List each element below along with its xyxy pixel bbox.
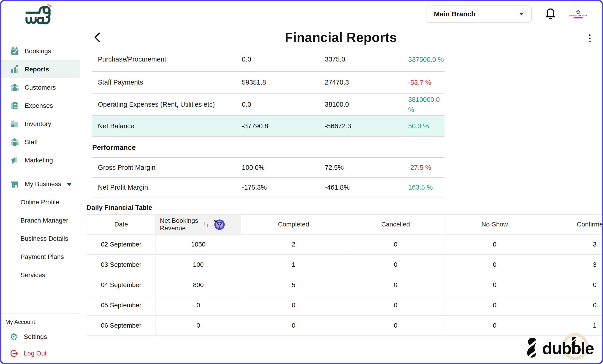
sidebar-item-inventory[interactable]: Inventory: [1, 115, 80, 133]
performance-table: Gross Profit Margin 100.0% 72.5% -27.5 %…: [92, 158, 444, 198]
table-cell: 02 September: [87, 235, 156, 255]
brand-logo[interactable]: [23, 3, 58, 25]
table-cell: 0: [544, 275, 602, 295]
sidebar-item-label: Log Out: [24, 350, 47, 357]
column-header-date[interactable]: Date: [87, 214, 156, 235]
row-label: Net Balance: [92, 122, 242, 130]
sidebar-subitem-payment-plans[interactable]: Payment Plans: [1, 248, 80, 266]
sidebar-item-expenses[interactable]: $ Expenses: [1, 96, 80, 115]
table-cell: 0: [156, 295, 241, 316]
sidebar-subitem-label: Branch Manager: [21, 217, 68, 224]
sidebar-item-label: Expenses: [25, 102, 53, 109]
row-value: 27470.3: [325, 79, 408, 86]
table-cell: 100: [156, 255, 241, 275]
sidebar-item-label: Settings: [24, 333, 47, 341]
sidebar-subitem-label: Payment Plans: [21, 253, 64, 260]
performance-heading: Performance: [92, 143, 444, 158]
column-header-confirmed-bookings[interactable]: Confirmed B: [544, 214, 602, 235]
sidebar-item-label: Inventory: [25, 120, 51, 128]
row-value: -461.8%: [325, 184, 408, 191]
column-header-cancelled[interactable]: Cancelled: [346, 214, 445, 235]
column-header-net-bookings-revenue[interactable]: Net Bookings Revenue ↑↓: [156, 214, 241, 235]
table-cell: 05 September: [87, 295, 156, 316]
table-cell: 2: [241, 235, 346, 255]
main-panel: Financial Reports Purchase/Procurement 0…: [80, 27, 602, 364]
avatar-brand-text: REVEAL BEAUTY: [569, 14, 587, 17]
sidebar-item-logout[interactable]: Log Out: [1, 345, 80, 362]
financial-summary-table: Purchase/Procurement 0.0 3375.0 337500.0…: [92, 47, 444, 137]
sidebar-item-label: Staff: [25, 139, 38, 146]
back-button[interactable]: [92, 32, 102, 42]
chevron-down-icon: [67, 180, 72, 188]
row-change: 3810000.0 %: [408, 96, 440, 113]
table-cell: 1: [241, 255, 346, 275]
avatar-emblem-icon: ✿: [576, 10, 580, 14]
column-header-completed[interactable]: Completed: [241, 214, 346, 235]
people-icon: [10, 83, 20, 92]
row-label: Purchase/Procurement: [92, 56, 242, 63]
calendar-check-icon: [10, 46, 20, 56]
top-bar: Main Branch ✿ REVEAL BEAUTY: [1, 1, 602, 27]
sidebar-subitem-services[interactable]: Services: [1, 266, 80, 284]
column-header-no-show[interactable]: No-Show: [445, 214, 544, 235]
table-cell: 5: [241, 275, 346, 295]
daily-table-wrap: Date Net Bookings Revenue ↑↓: [87, 214, 602, 336]
logout-icon: [9, 349, 19, 358]
table-cell: 0: [156, 316, 241, 336]
page-title: Financial Reports: [285, 30, 397, 45]
sidebar-item-my-business[interactable]: My Business: [1, 175, 80, 193]
sidebar-item-bookings[interactable]: Bookings: [1, 42, 80, 60]
table-cell: 0: [346, 316, 445, 336]
branch-selector-value: Main Branch: [434, 10, 475, 18]
table-cell: 0: [241, 295, 346, 316]
row-change: 337500.0 %: [408, 54, 444, 65]
filter-funnel-icon[interactable]: [214, 219, 225, 230]
sidebar-item-marketing[interactable]: Marketing: [1, 151, 80, 169]
receipt-icon: $: [10, 101, 20, 111]
chevron-down-icon: [519, 12, 524, 16]
table-cell: 0: [445, 275, 544, 295]
megaphone-icon: [10, 155, 20, 165]
table-cell: 06 September: [87, 316, 156, 336]
table-cell: 3: [544, 235, 602, 255]
branch-selector[interactable]: Main Branch: [427, 6, 532, 23]
dubble-logo-icon: [525, 337, 540, 359]
avatar-tagline: [574, 17, 583, 18]
sidebar-item-customers[interactable]: Customers: [1, 78, 80, 96]
row-value: 38100.0: [325, 101, 408, 108]
row-value: 3375.0: [325, 56, 408, 63]
app-window: Main Branch ✿ REVEAL BEAUTY: [0, 0, 603, 364]
page-title-bar: Financial Reports: [80, 27, 602, 47]
table-cell: 04 September: [87, 275, 156, 295]
people-icon: [10, 137, 20, 147]
sidebar-account-section: My Account ⚙ Settings Log Out: [1, 313, 80, 364]
column-resize-guide[interactable]: [156, 214, 156, 343]
avatar[interactable]: ✿ REVEAL BEAUTY: [569, 5, 587, 23]
row-change: -53.7 %: [408, 79, 431, 86]
boxes-icon: [10, 119, 20, 129]
daily-table-heading: Daily Financial Table: [87, 204, 602, 211]
dubble-watermark: dubble: [525, 335, 594, 362]
sidebar-item-staff[interactable]: Staff: [1, 133, 80, 151]
notifications-bell-icon[interactable]: [545, 8, 557, 21]
net-balance-row: Net Balance -37790.8 -56672.3 50.0 %: [92, 116, 444, 137]
bar-chart-icon: [10, 65, 20, 74]
watermark-text: dubble: [542, 339, 594, 358]
table-cell: 0: [445, 235, 544, 255]
kebab-menu-icon[interactable]: [585, 33, 594, 43]
sidebar-item-reports[interactable]: Reports: [1, 60, 80, 78]
row-change: -27.5 %: [408, 164, 431, 171]
table-cell: 0: [445, 255, 544, 275]
row-value: -56672.3: [325, 122, 408, 130]
table-row: Staff Payments 59351.8 27470.3 -53.7 %: [92, 72, 444, 94]
storefront-icon: [10, 179, 20, 189]
sidebar-subitem-branch-manager[interactable]: Branch Manager: [1, 211, 80, 229]
sort-icon[interactable]: ↑↓: [203, 220, 210, 229]
sidebar-subitem-business-details[interactable]: Business Details: [1, 229, 80, 248]
table-cell: 1: [544, 316, 602, 336]
sidebar-subitem-online-profile[interactable]: Online Profile: [1, 193, 80, 211]
sidebar-item-settings[interactable]: ⚙ Settings: [1, 329, 80, 345]
table-cell: 1050: [156, 235, 241, 255]
sidebar-item-label: Marketing: [25, 157, 53, 164]
row-value: -37790.8: [242, 122, 325, 130]
